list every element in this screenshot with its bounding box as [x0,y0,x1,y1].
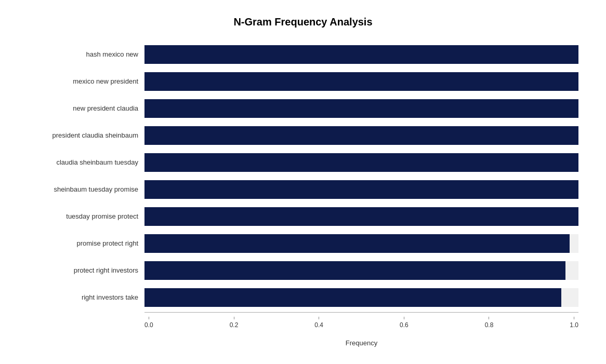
x-tick-label: 0.0 [144,321,153,329]
bar-fill [144,234,570,253]
x-tick: 0.2 [230,317,239,329]
bar-row: sheinbaum tuesday promise [28,176,578,203]
bar-label: promise protect right [28,239,144,247]
x-tick-line [149,317,149,319]
x-tick-label: 0.6 [400,321,409,329]
bar-row: promise protect right [28,230,578,257]
x-tick-line [404,317,404,319]
bar-label: right investors take [28,293,144,301]
x-tick: 0.6 [400,317,409,329]
bar-label: protect right investors [28,266,144,274]
bar-fill [144,207,578,226]
x-axis: 0.00.20.40.60.81.0 [144,317,578,329]
bar-track [144,153,578,172]
x-tick-label: 1.0 [570,321,578,329]
x-tick: 0.8 [485,317,494,329]
chart-container: N-Gram Frequency Analysis hash mexico ne… [17,6,589,359]
bar-label: tuesday promise protect [28,212,144,220]
bar-row: new president claudia [28,95,578,122]
x-tick: 0.0 [144,317,153,329]
bar-track [144,126,578,145]
bar-track [144,45,578,64]
bar-fill [144,126,578,145]
bar-row: protect right investors [28,257,578,284]
bar-track [144,207,578,226]
bars-section: hash mexico newmexico new presidentnew p… [28,41,578,311]
bar-label: hash mexico new [28,50,144,58]
x-tick-line [319,317,319,319]
bar-row: claudia sheinbaum tuesday [28,149,578,176]
x-tick-line [489,317,489,319]
bar-track [144,99,578,118]
x-tick: 1.0 [570,317,578,329]
bar-fill [144,72,578,91]
x-tick-label: 0.2 [230,321,239,329]
bar-row: hash mexico new [28,41,578,68]
bar-fill [144,288,561,307]
x-tick-label: 0.4 [314,321,323,329]
bar-track [144,234,578,253]
x-axis-label: Frequency [144,339,578,347]
bar-label: president claudia sheinbaum [28,131,144,139]
bar-fill [144,99,578,118]
bar-track [144,180,578,199]
bar-row: tuesday promise protect [28,203,578,230]
bar-fill [144,180,578,199]
x-axis-ticks: 0.00.20.40.60.81.0 [144,317,578,329]
chart-title: N-Gram Frequency Analysis [28,16,578,31]
x-tick-line [234,317,234,319]
bar-fill [144,45,578,64]
x-tick: 0.4 [314,317,323,329]
chart-area: hash mexico newmexico new presidentnew p… [28,41,578,311]
bar-row: president claudia sheinbaum [28,122,578,149]
x-tick-label: 0.8 [485,321,494,329]
bar-label: mexico new president [28,77,144,85]
bar-row: mexico new president [28,68,578,95]
bar-label: claudia sheinbaum tuesday [28,158,144,166]
bar-track [144,261,578,280]
x-tick-line [574,317,574,319]
bar-fill [144,153,578,172]
bar-fill [144,261,565,280]
bar-label: new president claudia [28,104,144,112]
bar-row: right investors take [28,284,578,311]
bar-track [144,288,578,307]
bar-track [144,72,578,91]
bar-label: sheinbaum tuesday promise [28,185,144,193]
